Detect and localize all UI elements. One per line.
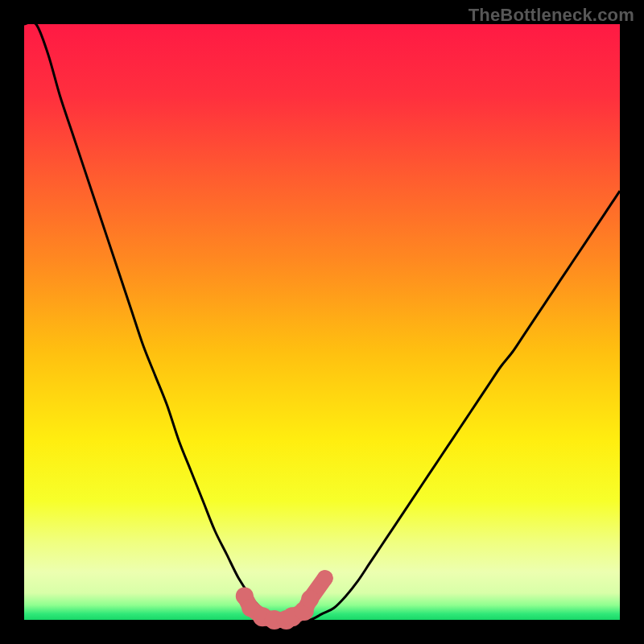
watermark-text: TheBottleneck.com [469,5,634,26]
valley-dot [301,590,319,608]
chart-frame: TheBottleneck.com [0,0,644,644]
plot-background [24,24,620,620]
bottleneck-chart [0,0,644,644]
valley-dot [317,570,333,586]
